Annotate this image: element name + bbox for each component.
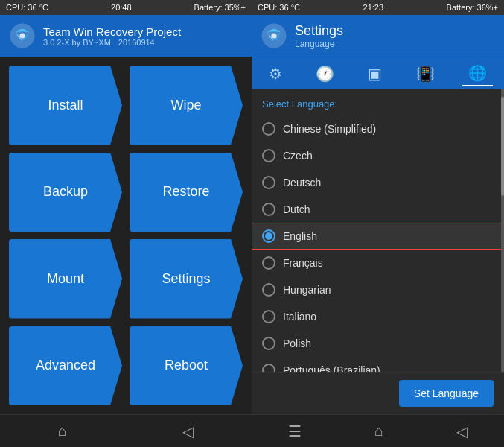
right-header: Settings Language [252, 15, 504, 57]
language-item-dutch[interactable]: Dutch [252, 196, 504, 223]
left-back-icon[interactable]: ◁ [182, 422, 194, 440]
language-item-chinese-simplified[interactable]: Chinese (Simplified) [252, 115, 504, 142]
right-header-subtitle: Language [295, 39, 343, 49]
install-button[interactable]: Install [9, 66, 122, 145]
tab-screen-icon[interactable]: ▣ [362, 62, 388, 86]
language-item-portuguese-brazilian[interactable]: Português (Brazilian) [252, 357, 504, 372]
left-battery: Battery: 35%+ [194, 3, 246, 12]
language-item-czech[interactable]: Czech [252, 142, 504, 169]
language-label-portuguese-brazilian: Português (Brazilian) [283, 364, 380, 372]
main-grid: Install Wipe Backup Restore Mount Settin… [0, 57, 252, 414]
language-item-english[interactable]: English [252, 223, 504, 250]
advanced-button[interactable]: Advanced [9, 326, 122, 406]
restore-button[interactable]: Restore [130, 153, 243, 232]
radio-chinese-simplified [262, 122, 275, 136]
left-status-bar: CPU: 36 °C 20:48 Battery: 35%+ [0, 0, 252, 15]
scrollbar-thumb[interactable] [501, 97, 504, 196]
tab-globe-icon[interactable]: 🌐 [462, 61, 493, 86]
language-label-hungarian: Hungarian [283, 284, 331, 296]
tab-vibrate-icon[interactable]: 📳 [410, 62, 441, 86]
settings-footer: Set Language [252, 372, 504, 414]
language-item-hungarian[interactable]: Hungarian [252, 276, 504, 303]
settings-content: Select Language: Chinese (Simplified) Cz… [252, 89, 504, 372]
language-label-dutch: Dutch [283, 203, 310, 215]
wipe-button[interactable]: Wipe [130, 66, 243, 145]
left-home-icon[interactable]: ⌂ [58, 422, 67, 440]
svg-point-3 [271, 33, 276, 38]
radio-english-inner [265, 232, 272, 240]
left-header-text: Team Win Recovery Project 3.0.2-X by BY~… [43, 25, 181, 47]
set-language-button[interactable]: Set Language [399, 380, 494, 407]
left-header: Team Win Recovery Project 3.0.2-X by BY~… [0, 15, 252, 57]
language-label-polish: Polish [283, 337, 311, 349]
right-home-icon[interactable]: ⌂ [374, 422, 383, 440]
left-cpu: CPU: 36 °C [6, 3, 48, 12]
twrp-logo-right-icon [261, 22, 287, 49]
right-panel: CPU: 36 °C 21:23 Battery: 36%+ Settings … [252, 0, 504, 447]
right-menu-icon[interactable]: ☰ [288, 422, 302, 440]
reboot-button[interactable]: Reboot [130, 326, 243, 406]
right-battery: Battery: 36%+ [447, 3, 498, 12]
language-item-francais[interactable]: Français [252, 250, 504, 276]
twrp-logo-icon [9, 22, 36, 49]
radio-english [262, 229, 275, 243]
language-label-czech: Czech [283, 150, 313, 162]
left-panel: CPU: 36 °C 20:48 Battery: 35%+ Team Win … [0, 0, 252, 447]
settings-button[interactable]: Settings [130, 239, 243, 319]
select-language-label: Select Language: [252, 95, 504, 115]
tab-clock-icon[interactable]: 🕐 [310, 62, 340, 86]
right-time: 21:23 [363, 3, 384, 12]
language-item-polish[interactable]: Polish [252, 330, 504, 357]
left-bottom-nav: ⌂ ◁ [0, 414, 252, 447]
tab-gear-icon[interactable]: ⚙ [263, 62, 288, 86]
right-header-text: Settings Language [295, 23, 343, 49]
radio-czech [262, 149, 275, 162]
language-item-italiano[interactable]: Italiano [252, 303, 504, 330]
scrollbar-track [501, 89, 504, 372]
mount-button[interactable]: Mount [9, 239, 122, 319]
language-item-deutsch[interactable]: Deutsch [252, 169, 504, 196]
right-back-icon[interactable]: ◁ [456, 422, 468, 440]
radio-francais [262, 256, 275, 270]
radio-dutch [262, 203, 275, 216]
backup-button[interactable]: Backup [9, 153, 122, 232]
right-status-bar: CPU: 36 °C 21:23 Battery: 36%+ [252, 0, 504, 15]
tabs-bar: ⚙ 🕐 ▣ 📳 🌐 [252, 57, 504, 89]
language-label-italiano: Italiano [283, 311, 316, 323]
radio-portuguese-brazilian [262, 364, 275, 372]
right-header-title: Settings [295, 23, 343, 39]
language-label-chinese-simplified: Chinese (Simplified) [283, 123, 376, 135]
left-time: 20:48 [111, 3, 132, 12]
language-label-francais: Français [283, 257, 323, 269]
left-header-subtitle: 3.0.2-X by BY~XM 20160914 [43, 38, 181, 47]
radio-polish [262, 337, 275, 350]
radio-hungarian [262, 283, 275, 297]
right-bottom-nav: ☰ ⌂ ◁ [252, 414, 504, 447]
svg-point-1 [19, 33, 25, 38]
language-label-deutsch: Deutsch [283, 177, 321, 188]
left-date: 20160914 [118, 38, 155, 47]
settings-scroll-wrapper: Select Language: Chinese (Simplified) Cz… [252, 89, 504, 372]
language-label-english: English [283, 230, 317, 242]
right-cpu: CPU: 36 °C [258, 3, 300, 12]
left-version: 3.0.2-X by BY~XM [43, 38, 111, 47]
radio-italiano [262, 310, 275, 323]
radio-deutsch [262, 176, 275, 189]
left-header-title: Team Win Recovery Project [43, 25, 181, 38]
